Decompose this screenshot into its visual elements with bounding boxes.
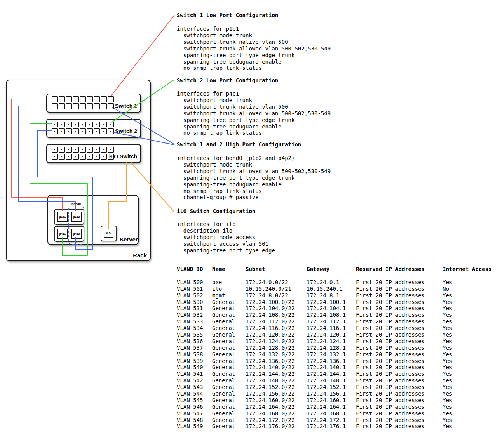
switch-port [108, 103, 114, 109]
table-row: VLAN 536General172.24.124.0/22172.24.124… [177, 338, 492, 345]
table-cell: Yes [443, 417, 452, 423]
table-cell: General [212, 384, 235, 390]
table-cell: 172.24.0.1 [307, 279, 339, 285]
table-cell: Yes [443, 377, 452, 384]
table-cell: 172.24.164.1 [307, 404, 346, 410]
table-row: VLAN 532General172.24.108.0/22172.24.108… [177, 312, 492, 318]
table-cell: General [212, 397, 235, 403]
switch-port [66, 147, 72, 153]
table-cell: Yes [443, 318, 452, 325]
table-cell: 172.24.8.0/22 [246, 292, 288, 299]
table-cell: 172.24.148.1 [307, 377, 346, 384]
table-cell: General [212, 299, 235, 305]
switch-port [73, 154, 79, 160]
table-cell: First 20 IP addresses [356, 286, 425, 292]
switch-port [73, 96, 79, 102]
table-cell: First 20 IP addresses [356, 345, 425, 351]
table-cell: ilo [212, 286, 222, 292]
table-cell: Yes [443, 338, 452, 344]
table-cell: 172.24.156.1 [307, 391, 346, 397]
table-cell: VLAN 538 [177, 351, 203, 358]
table-cell: First 20 IP addresses [356, 312, 425, 318]
switch-port [87, 154, 93, 160]
table-cell: VLAN 534 [177, 325, 203, 331]
switch-port [101, 103, 107, 109]
table-cell: VLAN 501 [177, 286, 203, 292]
table-cell: First 20 IP addresses [356, 338, 425, 344]
table-cell: 172.24.116.1 [307, 325, 346, 331]
table-cell: General [212, 404, 235, 410]
table-cell: VLAN 541 [177, 371, 203, 377]
table-cell: Yes [443, 325, 452, 331]
table-row: VLAN 535General172.24.120.0/22172.24.120… [177, 332, 492, 338]
rack-label: Rack [133, 252, 147, 259]
table-cell: 172.24.168.1 [307, 410, 346, 417]
table-cell: 172.24.172.0/22 [246, 417, 294, 423]
table-cell: 172.24.124.1 [307, 338, 346, 344]
table-cell: 172.24.0.0/22 [246, 279, 288, 285]
switch-1-ports [52, 96, 116, 109]
table-cell: 172.24.128.0/22 [246, 345, 294, 351]
table-cell: First 20 IP addresses [356, 305, 425, 311]
switch-port [59, 128, 65, 134]
switch-port [73, 122, 79, 127]
column-header: Internet Access [443, 266, 491, 272]
switch-port [87, 103, 93, 109]
table-cell: 172.24.116.0/22 [246, 325, 294, 331]
table-cell: Yes [443, 410, 452, 417]
config-title: Switch 1 and 2 High Port Configuration [177, 141, 394, 148]
switch-port [59, 122, 65, 127]
table-cell: VLAN 500 [177, 279, 203, 285]
table-cell: 172.24.140.1 [307, 364, 346, 370]
table-cell: General [212, 318, 235, 325]
table-cell: Yes [443, 305, 452, 311]
port-p1p1: p1p1 [57, 212, 68, 222]
table-cell: 172.24.152.0/22 [246, 384, 294, 390]
table-cell: 172.24.8.1 [307, 292, 339, 299]
config-title: iLO Switch Configuration [177, 208, 394, 214]
table-cell: pxe [212, 279, 222, 285]
switch-port [87, 128, 93, 134]
table-cell: VLAN 543 [177, 384, 203, 390]
table-cell: VLAN 530 [177, 299, 203, 305]
config-section-switch1-low: Switch 1 Low Port Configuration interfac… [177, 12, 394, 71]
table-cell: No [443, 286, 449, 292]
table-cell: 172.24.112.0/22 [246, 318, 294, 325]
table-cell: First 20 IP addresses [356, 404, 425, 410]
switch-port [87, 122, 93, 127]
ilo-switch-box: iLO Switch [46, 144, 141, 163]
switch-port [80, 147, 86, 153]
switch-port [94, 147, 100, 153]
bond0-group-outline [68, 207, 84, 245]
table-cell: 172.24.124.0/22 [246, 338, 294, 344]
table-cell: Yes [443, 397, 452, 403]
switch-port [52, 103, 58, 109]
switch-port [52, 128, 58, 134]
table-cell: First 20 IP addresses [356, 397, 425, 403]
table-row: VLAN 542General172.24.148.0/22172.24.148… [177, 377, 492, 384]
table-cell: General [212, 358, 235, 364]
table-row: VLAN 531General172.24.104.0/22172.24.104… [177, 305, 492, 312]
switch-port [101, 96, 107, 102]
table-cell: Yes [443, 279, 452, 285]
table-cell: First 20 IP addresses [356, 325, 425, 331]
table-cell: VLAN 536 [177, 338, 203, 344]
switch-port [52, 122, 58, 127]
table-cell: 172.24.108.0/22 [246, 312, 294, 318]
table-cell: 172.24.108.1 [307, 312, 346, 318]
config-section-high-port: Switch 1 and 2 High Port Configuration i… [177, 141, 394, 201]
table-cell: Yes [443, 299, 452, 305]
table-cell: General [212, 410, 235, 417]
table-cell: General [212, 371, 235, 377]
table-row: VLAN 541General172.24.144.0/22172.24.144… [177, 371, 492, 377]
table-cell: General [212, 351, 235, 358]
vlan-table-header: VLAND IDNameSubnetGatewayReserved IP Add… [177, 266, 492, 273]
table-cell: VLAN 502 [177, 292, 203, 299]
config-body: interfaces for bond0 (p1p2 and p4p2) swi… [177, 155, 394, 201]
table-cell: 172.24.136.0/22 [246, 358, 294, 364]
network-rack-diagram-page: Rack Switch 1 Switch 2 iLO Switch bond0 … [0, 0, 500, 448]
table-row: VLAN 546General172.24.164.0/22172.24.164… [177, 404, 492, 410]
table-cell: Yes [443, 358, 452, 364]
server-box: bond0 p1p1 p1p2 p4p1 p4p2 iLO Server [47, 195, 139, 245]
table-cell: Yes [443, 384, 452, 390]
